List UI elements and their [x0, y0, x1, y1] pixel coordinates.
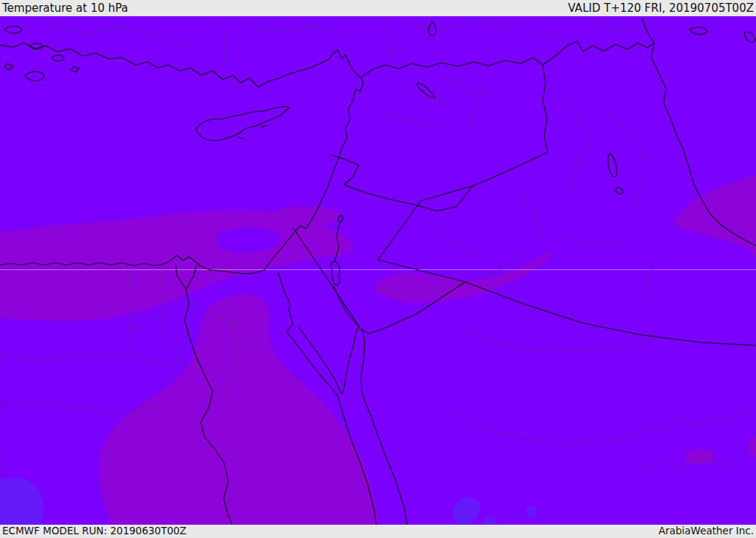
footer-bar: ECMWF MODEL RUN: 20190630T00Z ArabiaWeat… [0, 525, 756, 538]
header-bar: Temperature at 10 hPa VALID T+120 FRI, 2… [0, 0, 756, 16]
credit-label: ArabiaWeather Inc. [659, 526, 754, 537]
temperature-map [0, 0, 756, 538]
map-title: Temperature at 10 hPa [2, 3, 128, 14]
model-run-label: ECMWF MODEL RUN: 20190630T00Z [2, 526, 187, 537]
weather-map-app: Temperature at 10 hPa VALID T+120 FRI, 2… [0, 0, 756, 538]
valid-time-label: VALID T+120 FRI, 20190705T00Z [568, 3, 754, 14]
